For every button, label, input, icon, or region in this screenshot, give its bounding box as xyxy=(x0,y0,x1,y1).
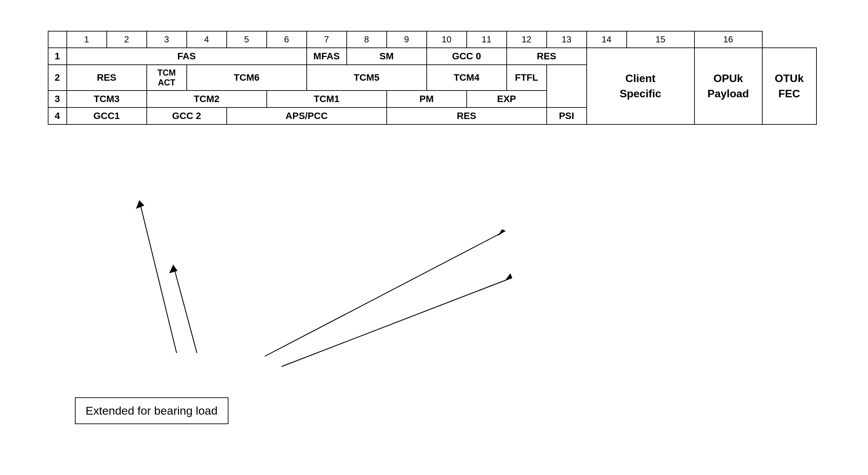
col-header-4: 4 xyxy=(187,31,227,48)
col-header-12: 12 xyxy=(507,31,547,48)
svg-marker-1 xyxy=(136,200,144,209)
col-header-14: 14 xyxy=(587,31,627,48)
cell-otuk-fec: OTUkFEC xyxy=(762,48,816,124)
cell-tcm5: TCM5 xyxy=(307,65,427,91)
cell-tcmact: TCMACT xyxy=(147,65,187,91)
svg-line-4 xyxy=(265,231,505,356)
svg-line-2 xyxy=(173,265,197,353)
svg-line-0 xyxy=(139,200,177,353)
col-header-blank-1 xyxy=(762,31,816,48)
cell-gcc2: GCC 2 xyxy=(147,107,227,124)
col-header-1: 1 xyxy=(67,31,107,48)
cell-exp: EXP xyxy=(467,91,547,107)
cell-gcc0: GCC 0 xyxy=(427,48,507,65)
cell-tcm4: TCM4 xyxy=(427,65,507,91)
col-header-10: 10 xyxy=(427,31,467,48)
cell-tcm2: TCM2 xyxy=(147,91,267,107)
col-header-16: 16 xyxy=(694,31,762,48)
column-header-row: 1 2 3 4 5 6 7 8 9 10 11 12 13 14 15 16 xyxy=(48,31,827,48)
table-area: 1 2 3 4 5 6 7 8 9 10 11 12 13 14 15 16 xyxy=(48,31,827,125)
svg-marker-3 xyxy=(169,265,178,273)
col-header-9: 9 xyxy=(387,31,427,48)
diagram-container: 1 2 3 4 5 6 7 8 9 10 11 12 13 14 15 16 xyxy=(27,17,841,458)
cell-aps-pcc: APS/PCC xyxy=(227,107,387,124)
cell-tcm3: TCM3 xyxy=(67,91,147,107)
data-row-1: 1 FAS MFAS SM GCC 0 RES ClientSpecific O… xyxy=(48,48,827,65)
annotation-box: Extended for bearing load xyxy=(75,397,228,424)
cell-mfas: MFAS xyxy=(307,48,347,65)
cell-client-specific: ClientSpecific xyxy=(587,48,694,124)
col-header-11: 11 xyxy=(467,31,507,48)
cell-tcm1: TCM1 xyxy=(267,91,387,107)
cell-ftfl: FTFL xyxy=(507,65,547,91)
col-header-blank-2 xyxy=(816,31,827,48)
cell-gcc1: GCC1 xyxy=(67,107,147,124)
cell-res-2: RES xyxy=(67,65,147,91)
col-header-8: 8 xyxy=(347,31,387,48)
col-header-13: 13 xyxy=(547,31,587,48)
svg-marker-5 xyxy=(498,229,505,236)
row-num-2: 2 xyxy=(48,65,67,91)
annotation-text: Extended for bearing load xyxy=(86,404,218,417)
cell-opuk-payload: OPUkPayload xyxy=(694,48,762,124)
grid-table: 1 2 3 4 5 6 7 8 9 10 11 12 13 14 15 16 xyxy=(48,31,827,125)
row-num-4: 4 xyxy=(48,107,67,124)
col-header-15: 15 xyxy=(627,31,694,48)
col-header-3: 3 xyxy=(147,31,187,48)
cell-tcm6: TCM6 xyxy=(187,65,307,91)
col-header-6: 6 xyxy=(267,31,307,48)
col-header-7: 7 xyxy=(307,31,347,48)
row-num-1: 1 xyxy=(48,48,67,65)
cell-fas: FAS xyxy=(67,48,307,65)
row-num-3: 3 xyxy=(48,91,67,107)
cell-filler-3 xyxy=(547,91,587,107)
col-header-5: 5 xyxy=(227,31,267,48)
svg-marker-7 xyxy=(505,273,512,280)
cell-res-1: RES xyxy=(507,48,587,65)
corner-cell xyxy=(48,31,67,48)
svg-line-6 xyxy=(282,278,512,367)
cell-pm: PM xyxy=(387,91,467,107)
cell-filler-2 xyxy=(547,65,587,91)
cell-res-4: RES xyxy=(387,107,547,124)
col-header-2: 2 xyxy=(107,31,147,48)
cell-filler-4 xyxy=(816,107,827,124)
cell-psi: PSI xyxy=(547,107,587,124)
cell-sm: SM xyxy=(347,48,427,65)
